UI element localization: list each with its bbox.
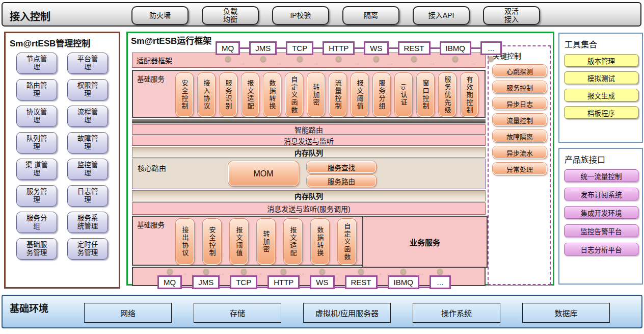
service-capability-box[interactable]: 安全控制 xyxy=(203,219,221,265)
protocol-box[interactable]: HTTP xyxy=(323,41,355,55)
management-button[interactable]: 服务管 理 xyxy=(16,185,57,207)
mom-box[interactable]: MOM xyxy=(228,161,299,186)
management-button[interactable]: 故障管 理 xyxy=(67,132,108,153)
service-capability-box[interactable]: 有效期控制 xyxy=(461,73,478,117)
product-family-button[interactable]: 日志分析平台 xyxy=(564,243,638,255)
protocol-box[interactable]: MQ xyxy=(157,275,182,289)
protocol-slot: WS xyxy=(364,41,388,63)
smart-routing-label: 智能路由 xyxy=(294,124,323,135)
protocol-slot: TCP xyxy=(230,268,257,289)
management-button[interactable]: 队列管 理 xyxy=(16,132,57,153)
product-family-button[interactable]: 集成开发环境 xyxy=(564,206,638,219)
protocol-box[interactable]: IBMQ xyxy=(440,41,471,55)
service-capability-box[interactable]: 转加密 xyxy=(307,73,325,117)
service-capability-box[interactable]: 转加密 xyxy=(257,219,275,265)
service-capability-box[interactable]: 窗口控制 xyxy=(417,73,434,117)
foundation-button[interactable]: 存储 xyxy=(194,303,281,323)
key-control-button[interactable]: 流量控制 xyxy=(493,114,547,126)
connector-node-icon xyxy=(241,269,247,274)
service-capability-box[interactable]: 自定义函数 xyxy=(285,73,303,117)
management-button[interactable]: 监控管 理 xyxy=(67,159,108,180)
management-button[interactable]: 服务分 组 xyxy=(16,212,57,233)
service-capability-box[interactable]: 报文适配 xyxy=(242,73,259,117)
protocol-box[interactable]: IBMQ xyxy=(388,275,419,289)
protocol-box[interactable]: TCP xyxy=(230,275,257,289)
base-services-outbound-items: 接出协议安全控制报文阈值转加密报文适配数据转换自定义函数 xyxy=(176,219,365,265)
key-control-button[interactable]: 异常处理 xyxy=(493,163,547,175)
management-button[interactable]: 权限管 理 xyxy=(67,79,108,100)
protocol-box[interactable]: HTTP xyxy=(267,275,300,289)
product-family-button[interactable]: 发布订阅系统 xyxy=(564,188,638,200)
protocol-box[interactable]: ... xyxy=(480,41,502,55)
key-control-button[interactable]: 故障隔离 xyxy=(493,130,547,142)
key-control-button[interactable]: 异步流水 xyxy=(493,146,547,159)
service-capability-box[interactable]: 数据转换 xyxy=(263,73,281,117)
protocol-box[interactable]: WS xyxy=(310,275,334,289)
service-capability-box[interactable]: 报文阈值 xyxy=(351,73,368,117)
core-routing-area: 核心路由 MOM 服务查找 服务路由 xyxy=(132,159,486,189)
management-button[interactable]: 日志管 理 xyxy=(67,185,108,207)
connector-node-icon xyxy=(411,56,417,62)
access-control-button[interactable]: 接入API xyxy=(413,6,470,25)
management-button[interactable]: 定时任 务管理 xyxy=(67,238,108,260)
management-button[interactable]: 流程管 理 xyxy=(67,106,108,127)
service-capability-box[interactable]: 服务分组 xyxy=(373,73,390,117)
key-control-button[interactable]: 异步日志 xyxy=(493,97,547,110)
access-control-button[interactable]: 负载 均衡 xyxy=(202,6,259,25)
foundation-button[interactable]: 网络 xyxy=(84,303,172,323)
service-capability-box[interactable]: 数据转换 xyxy=(311,219,329,265)
foundation-button[interactable]: 虚拟机/应用服务器 xyxy=(303,303,391,323)
tool-button[interactable]: 模拟测试 xyxy=(564,71,638,84)
protocol-box[interactable]: REST xyxy=(345,275,378,289)
protocol-box[interactable]: JMS xyxy=(249,41,277,55)
key-control-button[interactable]: 服务控制 xyxy=(493,81,547,93)
management-button[interactable]: 服务系 统管理 xyxy=(67,212,108,233)
tool-button[interactable]: 档板程序 xyxy=(564,106,638,119)
service-capability-box[interactable]: 安全控制 xyxy=(176,73,193,117)
base-services-outbound-block: 基础服务 接出协议安全控制报文阈值转加密报文适配数据转换自定义函数 业务服务 xyxy=(132,216,486,266)
service-lookup-button[interactable]: 服务查找 xyxy=(307,161,376,173)
service-capability-box[interactable]: 自定义函数 xyxy=(338,219,356,265)
management-button[interactable]: 节点管 理 xyxy=(16,53,57,74)
product-family-button[interactable]: 统一流量控制 xyxy=(564,169,638,182)
service-capability-box[interactable]: 接入协议 xyxy=(198,73,215,117)
protocol-box[interactable]: TCP xyxy=(286,41,313,55)
foundation-button[interactable]: 数据库 xyxy=(522,303,610,323)
management-button[interactable]: 平台管 理 xyxy=(67,53,108,74)
service-route-button[interactable]: 服务路由 xyxy=(307,175,376,187)
service-capability-box[interactable]: 服务识别 xyxy=(220,73,237,117)
access-control-button[interactable]: 隔离 xyxy=(342,6,399,25)
protocol-box[interactable]: MQ xyxy=(216,41,240,55)
key-controls-list: 心跳探测服务控制异步日志流量控制故障隔离异步流水异常处理 xyxy=(493,65,547,175)
foundation-button[interactable]: 操作系统 xyxy=(413,303,500,323)
key-control-button[interactable]: 心跳探测 xyxy=(493,65,547,77)
service-capability-box[interactable]: 接出协议 xyxy=(176,219,194,265)
protocol-slot: IBMQ xyxy=(388,268,419,289)
management-button[interactable]: 渠 道管 理 xyxy=(16,159,57,180)
tool-button[interactable]: 版本管理 xyxy=(564,54,638,67)
management-button[interactable]: 基础服 务管理 xyxy=(16,238,57,260)
business-services-box: 业务服务 xyxy=(362,216,488,268)
access-control-button[interactable]: 双活 接入 xyxy=(483,6,540,25)
protocol-box[interactable]: JMS xyxy=(192,275,220,289)
management-button[interactable]: 协议管 理 xyxy=(16,106,57,127)
service-capability-box[interactable]: 报文阈值 xyxy=(230,219,248,265)
access-control-button[interactable]: 防火墙 xyxy=(131,6,189,25)
service-capability-box[interactable]: 报文适配 xyxy=(284,219,302,265)
send-listen-label: 消息发送与监听 xyxy=(284,136,334,146)
memory-queue-label-1: 内存队列 xyxy=(294,147,323,158)
connector-node-icon xyxy=(437,269,443,274)
access-control-button[interactable]: IP校验 xyxy=(272,6,329,25)
protocol-box[interactable]: REST xyxy=(398,41,431,55)
bus-divider-strip xyxy=(132,119,486,123)
tool-button[interactable]: 报文生成 xyxy=(564,89,638,101)
foundation-bar: 基础环境 网络存储虚拟机/应用服务器操作系统数据库 xyxy=(2,295,642,328)
protocol-box[interactable]: WS xyxy=(364,41,388,55)
service-capability-box[interactable]: 流量控制 xyxy=(329,73,346,117)
management-button[interactable]: 路由管 理 xyxy=(16,79,57,100)
service-capability-box[interactable]: ip认证 xyxy=(395,73,412,117)
protocol-box[interactable]: ... xyxy=(430,275,451,289)
access-control-title: 接入控制 xyxy=(10,9,50,23)
product-family-button[interactable]: 监控告警平台 xyxy=(564,224,638,237)
service-capability-box[interactable]: 服务优先级 xyxy=(439,73,456,117)
